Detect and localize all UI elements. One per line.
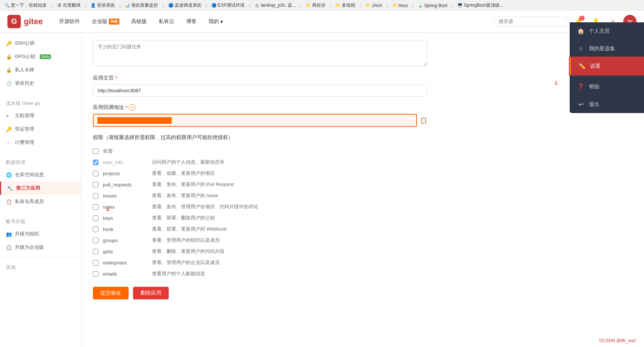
- add-callback-button[interactable]: ＋: [129, 104, 136, 111]
- sidebar-item-label: 计费管理: [15, 139, 34, 146]
- sidebar-item-host[interactable]: ≡ 主机管理: [0, 109, 81, 122]
- bookmark-java[interactable]: 📁 JAVA: [364, 2, 384, 9]
- bookmark-translate[interactable]: 译 百度翻译: [55, 1, 82, 9]
- dropdown-item-logout[interactable]: ↩ 退出: [570, 96, 644, 113]
- bookmark-thread[interactable]: 📁 多线程: [334, 1, 357, 9]
- sidebar-item-gpg[interactable]: 🔒 GPG公钥 Beta: [0, 50, 81, 63]
- cred-icon: 🔑: [6, 126, 12, 132]
- nav-university[interactable]: 高校版: [126, 16, 152, 27]
- perm-hook-desc: 查看、部署、更新用户的 Webhook: [152, 226, 227, 232]
- permissions-section: 权限（请慎重选择所需权限，过高的权限用户可能拒绝授权） 全选 user_info…: [93, 134, 633, 279]
- perm-row-groups: groups 查看、管理用户的组织以及成员: [93, 235, 633, 246]
- bookmark-quality[interactable]: 📊 项目质量监控: [123, 1, 159, 9]
- sidebar-divider-2: [0, 152, 81, 152]
- perm-groups-name: groups: [103, 238, 148, 243]
- sidebar: 🔑 SSH公钥 🔒 GPG公钥 Beta 🔒 私人令牌 🕐 登录历史 流水线 G…: [0, 33, 82, 347]
- sidebar-section-pipeline: 流水线 Gitee go: [0, 96, 81, 109]
- sidebar-item-upgrade-enterprise[interactable]: 📋 升级为企业版: [0, 241, 81, 254]
- sidebar-item-private-members[interactable]: 📋 私有仓库成员: [0, 195, 81, 208]
- dropdown-item-label: 我的星选集: [589, 45, 615, 52]
- content-area: 应用主页 * 应用回调地址 * ＋ 📋 权限（请慎重选择所需权限，过高的权限用: [82, 33, 644, 347]
- perm-hook-checkbox[interactable]: [93, 226, 98, 232]
- app-homepage-input[interactable]: [93, 84, 427, 97]
- bookmark-label: linux: [399, 3, 408, 8]
- perm-issues-checkbox[interactable]: [93, 193, 98, 199]
- main-layout: 🔑 SSH公钥 🔒 GPG公钥 Beta 🔒 私人令牌 🕐 登录历史 流水线 G…: [0, 33, 644, 347]
- nav-mine[interactable]: 我的 ▾: [203, 16, 228, 27]
- nav-private-cloud[interactable]: 私有云: [153, 16, 179, 27]
- members-icon: 📋: [6, 199, 12, 205]
- perm-emails-checkbox[interactable]: [93, 271, 98, 277]
- search-input[interactable]: [494, 16, 568, 27]
- history-icon: 🕐: [6, 81, 12, 86]
- nav-opensource[interactable]: 开源软件: [54, 16, 85, 27]
- bookmark-springboot-top[interactable]: 🖥️ SpringBoot最顶级...: [456, 1, 504, 9]
- globe-icon: 🌐: [6, 172, 12, 178]
- perm-row-enterprises: enterprises 查看、管理用户的企业以及成员: [93, 257, 633, 268]
- dropdown-item-starred[interactable]: ☆ 我的星选集: [570, 40, 644, 57]
- bookmark-blue[interactable]: 🔵 蓝凌禅道系统: [167, 1, 203, 9]
- perm-notes-desc: 查看、发布、管理用户在项目、代码片段中的评论: [152, 203, 258, 210]
- perm-row-gists: gists 查看、删除、更新用户的代码片段: [93, 246, 633, 257]
- sidebar-item-label: 私有仓库成员: [15, 198, 44, 205]
- submit-button[interactable]: 提交修改: [93, 287, 129, 299]
- sidebar-item-label: 第三方应用: [16, 185, 40, 192]
- perm-keys-checkbox[interactable]: [93, 215, 98, 221]
- sidebar-item-third-party[interactable]: 🔧 第三方应用: [0, 181, 81, 195]
- callback-row: 📋: [93, 114, 427, 127]
- perm-gists-name: gists: [103, 249, 148, 254]
- description-section: [93, 40, 633, 67]
- sidebar-item-ssh[interactable]: 🔑 SSH公钥: [0, 36, 81, 50]
- sidebar-item-billing[interactable]: ⋯ 计费管理: [0, 136, 81, 149]
- sidebar-item-login-history[interactable]: 🕐 登录历史: [0, 77, 81, 90]
- description-input[interactable]: [93, 40, 427, 66]
- perm-notes-checkbox[interactable]: [93, 204, 98, 210]
- dropdown-item-label: 设置: [590, 63, 601, 70]
- delete-button[interactable]: 删除应用: [133, 287, 169, 299]
- dropdown-item-settings[interactable]: ✏️ 设置: [570, 57, 644, 75]
- perm-enterprises-checkbox[interactable]: [93, 260, 98, 266]
- nav-enterprise[interactable]: 企业版 特惠: [87, 16, 124, 27]
- perm-row-hook: hook 查看、部署、更新用户的 Webhook: [93, 224, 633, 235]
- select-all-label: 全选: [103, 148, 148, 154]
- sidebar-item-upgrade-org[interactable]: 👥 升级为组织: [0, 227, 81, 241]
- callback-url-section: 应用回调地址 * ＋ 📋: [93, 104, 633, 127]
- app-homepage-section: 应用主页 *: [93, 75, 633, 97]
- sidebar-item-label: SSH公钥: [15, 40, 35, 46]
- perm-keys-name: keys: [103, 215, 148, 221]
- dropdown-item-help[interactable]: ❓ 帮助: [570, 78, 644, 96]
- copy-icon[interactable]: 📋: [420, 117, 427, 124]
- perm-projects-checkbox[interactable]: [93, 171, 98, 176]
- perm-pull-requests-checkbox[interactable]: [93, 182, 98, 187]
- sidebar-item-repo-space[interactable]: 🌐 仓库空间信息: [0, 168, 81, 181]
- sidebar-item-token[interactable]: 🔒 私人令牌: [0, 63, 81, 77]
- perm-groups-checkbox[interactable]: [93, 238, 98, 243]
- perm-enterprises-name: enterprises: [103, 260, 148, 266]
- springboot-icon: 🍃: [418, 3, 423, 8]
- java-icon: 📁: [365, 3, 370, 8]
- select-all-checkbox[interactable]: [93, 148, 98, 154]
- home-icon: 🏠: [577, 28, 585, 35]
- bookmark-exp[interactable]: 🔵 EXP测试环境: [210, 1, 246, 9]
- sidebar-item-credentials[interactable]: 🔑 凭证管理: [0, 122, 81, 136]
- login-icon: 👤: [91, 3, 96, 8]
- sidebar-section-other: 其他: [0, 260, 81, 273]
- perm-user-info-checkbox[interactable]: [93, 160, 98, 165]
- bookmark-label: 度一下，你就知道: [11, 2, 46, 9]
- gitee-logo[interactable]: G gitee: [7, 15, 43, 28]
- third-party-icon: 🔧: [7, 186, 13, 191]
- bookmark-login[interactable]: 👤 登录系统: [89, 1, 116, 9]
- billing-icon: ⋯: [6, 140, 12, 145]
- dropdown-item-home[interactable]: 🏠 个人主页: [570, 22, 644, 40]
- host-icon: ≡: [6, 113, 12, 119]
- nav-blog[interactable]: 博客: [181, 16, 202, 27]
- sidebar-divider-1: [0, 93, 81, 93]
- perm-issues-name: issues: [103, 193, 148, 199]
- perm-gists-checkbox[interactable]: [93, 249, 98, 254]
- bookmark-baidu[interactable]: 🔍 度一下，你就知道: [3, 1, 48, 9]
- bookmark-shgg[interactable]: 📁 商硅谷: [304, 1, 327, 9]
- bookmark-landray[interactable]: G landray_p3c: 蓝...: [253, 1, 297, 9]
- bookmark-springboot[interactable]: 🍃 Spring Boot: [416, 2, 449, 9]
- perm-pull-requests-desc: 查看、发布、更新用户的 Pull Request: [152, 181, 234, 188]
- bookmark-linux[interactable]: 📁 linux: [391, 2, 410, 9]
